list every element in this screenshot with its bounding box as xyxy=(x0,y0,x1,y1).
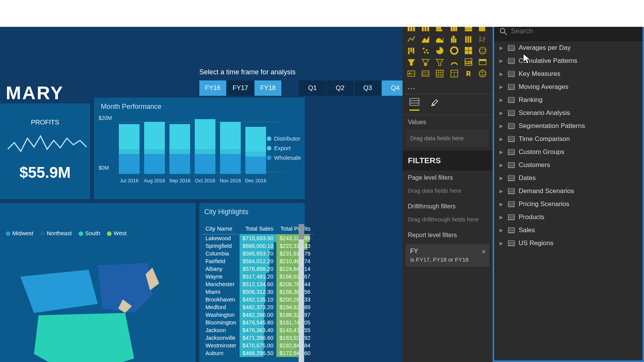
field-table-pricing-scenarios[interactable]: ▶Pricing Scenarios xyxy=(494,198,642,211)
us-map[interactable] xyxy=(6,240,190,362)
field-table-products[interactable]: ▶Products xyxy=(494,211,642,224)
field-table-sales[interactable]: ▶Sales xyxy=(494,224,642,237)
field-table-moving-averages[interactable]: ▶Moving Averages xyxy=(494,80,642,93)
fy-button-fy17[interactable]: FY17 xyxy=(227,80,254,96)
viz-type-icon[interactable] xyxy=(449,69,460,79)
viz-type-icon[interactable] xyxy=(420,34,431,44)
field-table-cumulative-patterns[interactable]: ▶Cumulative Patterns xyxy=(494,54,642,67)
viz-type-icon[interactable] xyxy=(420,46,431,56)
bar[interactable] xyxy=(195,119,215,174)
table-row[interactable]: Wayne$517,481.20$166,535.67 xyxy=(202,273,314,280)
viz-type-icon[interactable] xyxy=(434,69,445,79)
viz-type-icon[interactable] xyxy=(434,57,445,67)
viz-type-icon[interactable] xyxy=(406,46,417,56)
city-highlights-card[interactable]: City Highlights City Name Total Sales To… xyxy=(199,203,305,362)
chevron-right-icon: ▶ xyxy=(499,58,504,64)
values-drop-well[interactable]: Drag data fields here xyxy=(406,129,489,147)
table-row[interactable]: Brookhaven$492,135.10$200,289.33 xyxy=(202,296,314,303)
viz-type-icon[interactable] xyxy=(477,69,488,79)
quarter-button-q3[interactable]: Q3 xyxy=(354,80,381,96)
region-legend-item[interactable]: Midwest xyxy=(6,230,33,236)
format-tab[interactable] xyxy=(431,98,439,111)
page-filters-drop[interactable]: Drag data fields here xyxy=(402,185,493,199)
viz-type-icon[interactable] xyxy=(420,57,431,67)
table-row[interactable]: Miami$506,312.30$156,382.56 xyxy=(202,288,314,296)
svg-rect-19 xyxy=(451,38,452,43)
legend-item[interactable]: Export xyxy=(267,145,301,151)
viz-type-icon[interactable] xyxy=(406,57,417,67)
field-table-averages-per-day[interactable]: ▶Averages per Day xyxy=(494,41,642,54)
table-row[interactable]: Bloomington$479,545.80$161,747.05 xyxy=(202,319,314,326)
scrollbar-thumb[interactable] xyxy=(299,224,304,239)
viz-type-icon[interactable] xyxy=(463,34,474,44)
bar[interactable] xyxy=(119,124,140,174)
viz-type-icon[interactable] xyxy=(434,46,445,56)
table-icon xyxy=(508,97,515,103)
viz-type-icon[interactable] xyxy=(477,34,488,44)
table-row[interactable]: Westminster$470,675.00$182,846.84 xyxy=(202,342,314,349)
viz-type-icon[interactable] xyxy=(449,57,460,67)
viz-type-icon[interactable] xyxy=(477,46,488,56)
field-table-segmentation-patterns[interactable]: ▶Segmentation Patterns xyxy=(494,120,642,133)
viz-type-icon[interactable]: 123 xyxy=(463,57,474,67)
more-visuals-icon[interactable]: … xyxy=(402,82,493,94)
field-table-dates[interactable]: ▶Dates xyxy=(494,172,642,185)
table-scrollbar[interactable] xyxy=(299,224,304,362)
viz-type-icon[interactable]: R xyxy=(463,69,474,79)
table-row[interactable]: Washington$482,266.00$186,320.97 xyxy=(202,311,314,319)
bar[interactable] xyxy=(220,122,241,174)
field-table-time-comparison[interactable]: ▶Time Comparison xyxy=(494,133,642,146)
svg-rect-21 xyxy=(455,39,456,43)
col-profits[interactable]: Total Profits xyxy=(276,223,314,234)
region-map-card[interactable]: MidwestNortheastSouthWest xyxy=(0,203,196,362)
viz-type-icon[interactable] xyxy=(477,57,488,67)
viz-type-icon[interactable] xyxy=(406,34,417,44)
fy-button-fy18[interactable]: FY18 xyxy=(255,80,281,96)
chevron-right-icon: ▶ xyxy=(499,97,504,103)
table-row[interactable]: Lakewood$719,693.90$243,106.89 xyxy=(202,234,314,242)
report-filter-fy[interactable]: FY is FY17, FY18 or FY16 × xyxy=(406,244,490,267)
field-table-scenario-analysis[interactable]: ▶Scenario Analysis xyxy=(494,106,642,120)
col-sales[interactable]: Total Sales xyxy=(240,223,277,234)
viz-type-icon[interactable] xyxy=(420,69,431,79)
bar[interactable] xyxy=(169,124,190,174)
field-table-ranking[interactable]: ▶Ranking xyxy=(494,93,642,106)
region-legend-item[interactable]: South xyxy=(79,230,100,236)
legend-item[interactable]: Wholesale xyxy=(267,154,301,161)
region-legend-item[interactable]: West xyxy=(107,230,127,236)
viz-type-icon[interactable] xyxy=(406,69,417,79)
fy-button-fy16[interactable]: FY16 xyxy=(199,80,226,96)
table-row[interactable]: Jacksonville$471,398.60$163,530.92 xyxy=(202,334,314,342)
table-row[interactable]: Jackson$476,383.40$143,476.55 xyxy=(202,326,314,334)
table-row[interactable]: Fairfield$584,012.20$210,460.74 xyxy=(202,257,314,265)
table-row[interactable]: Manchester$512,134.60$208,780.44 xyxy=(202,280,314,288)
quarter-button-q1[interactable]: Q1 xyxy=(299,80,326,96)
table-row[interactable]: Albany$579,858.20$224,840.14 xyxy=(202,265,314,273)
table-row[interactable]: Springfield$666,000.10$222,318.33 xyxy=(202,242,314,250)
region-legend-item[interactable]: Northeast xyxy=(40,230,72,236)
field-table-us-regions[interactable]: ▶US Regions xyxy=(494,237,642,250)
close-icon[interactable]: × xyxy=(481,248,486,256)
bar[interactable] xyxy=(144,122,165,174)
table-row[interactable]: Medford$482,373.20$194,921.89 xyxy=(202,303,314,311)
field-table-key-measures[interactable]: ▶Key Measures xyxy=(494,67,642,80)
viz-type-icon[interactable] xyxy=(449,46,460,56)
fields-tab[interactable] xyxy=(409,98,419,111)
viz-type-icon[interactable] xyxy=(434,34,445,44)
table-row[interactable]: Columbia$585,653.70$231,617.79 xyxy=(202,250,314,257)
search-input[interactable] xyxy=(511,27,637,35)
svg-rect-22 xyxy=(465,36,467,43)
bar[interactable] xyxy=(245,127,266,174)
drillthrough-drop[interactable]: Drag drillthrough fields here xyxy=(402,214,493,228)
field-table-demand-scenarios[interactable]: ▶Demand Scenarios xyxy=(494,185,642,198)
quarter-button-q2[interactable]: Q2 xyxy=(327,80,353,96)
viz-type-icon[interactable] xyxy=(449,34,460,44)
col-city[interactable]: City Name xyxy=(202,223,240,234)
field-table-customers[interactable]: ▶Customers xyxy=(494,159,642,172)
viz-type-icon[interactable] xyxy=(463,46,474,56)
profits-value: $55.9M xyxy=(8,164,82,181)
table-row[interactable]: Auburn$468,296.50$172,940.60 xyxy=(202,349,314,357)
month-performance-card[interactable]: Month Performance $20M $0M Jul 2016Aug 2… xyxy=(94,98,305,199)
field-table-custom-groups[interactable]: ▶Custom Groups xyxy=(494,146,642,159)
legend-item[interactable]: Distributor xyxy=(267,135,301,142)
